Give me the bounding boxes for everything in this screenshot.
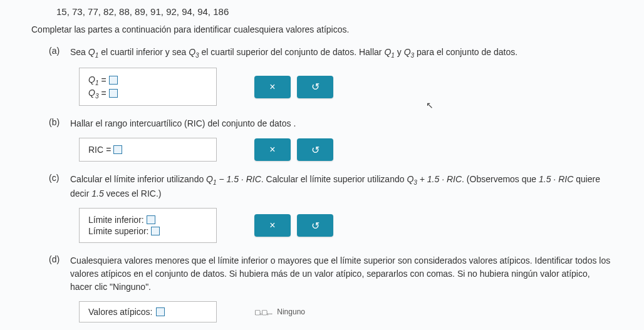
reset-button[interactable]: ↺ bbox=[297, 138, 333, 161]
ric-input-row: RIC = bbox=[88, 145, 207, 155]
q3-input[interactable] bbox=[109, 89, 118, 98]
close-icon: × bbox=[269, 81, 275, 93]
part-d-answer-box: Valores atípicos: bbox=[79, 301, 217, 322]
ric-input[interactable] bbox=[113, 145, 122, 154]
reset-button[interactable]: ↺ bbox=[297, 76, 333, 98]
part-c-label: (c) bbox=[49, 173, 64, 183]
main-instruction: Completar las partes a continuación para… bbox=[31, 24, 613, 34]
part-c: (c) Calcular el límite inferior utilizan… bbox=[49, 173, 613, 243]
close-icon: × bbox=[269, 144, 275, 155]
part-b-text: Hallar el rango intercuartílico (RIC) de… bbox=[70, 117, 613, 130]
part-b-buttons: × ↺ bbox=[254, 138, 333, 161]
ninguno-button[interactable]: Ninguno bbox=[277, 307, 305, 316]
upper-limit-row: Límite superior: bbox=[88, 226, 207, 236]
q1-input-row: Q1 = bbox=[88, 75, 207, 86]
part-c-text: Calcular el límite inferior utilizando Q… bbox=[70, 173, 613, 200]
part-a-buttons: × ↺ bbox=[254, 76, 333, 98]
outliers-input[interactable] bbox=[156, 307, 165, 316]
clear-button[interactable]: × bbox=[254, 138, 291, 161]
reset-icon: ↺ bbox=[311, 220, 319, 232]
part-a: (a) Sea Q1 el cuartil inferior y sea Q3 … bbox=[49, 46, 613, 106]
clear-button[interactable]: × bbox=[254, 76, 291, 98]
data-value-list: 15, 73, 77, 82, 88, 89, 91, 92, 94, 94, … bbox=[31, 6, 613, 17]
part-c-answer-box: Límite inferior: Límite superior: bbox=[79, 208, 217, 243]
reset-icon: ↺ bbox=[311, 144, 319, 156]
q3-input-row: Q3 = bbox=[88, 88, 207, 100]
ninguno-row: ▢,▢,... Ninguno bbox=[254, 307, 305, 316]
part-b: (b) Hallar el rango intercuartílico (RIC… bbox=[49, 117, 613, 162]
lower-limit-input[interactable] bbox=[147, 215, 155, 224]
lower-limit-row: Límite inferior: bbox=[88, 215, 207, 225]
upper-limit-input[interactable] bbox=[151, 227, 160, 235]
clear-button[interactable]: × bbox=[254, 214, 291, 237]
close-icon: × bbox=[269, 220, 275, 231]
reset-icon: ↺ bbox=[311, 81, 319, 93]
part-b-label: (b) bbox=[49, 117, 64, 127]
part-b-answer-box: RIC = bbox=[79, 138, 217, 162]
part-a-label: (a) bbox=[49, 46, 64, 56]
part-d-text: Cualesquiera valores menores que el lími… bbox=[70, 254, 613, 294]
q1-input[interactable] bbox=[109, 76, 118, 85]
part-a-answer-box: Q1 = Q3 = bbox=[79, 68, 217, 106]
part-d: (d) Cualesquiera valores menores que el … bbox=[49, 254, 613, 322]
reset-button[interactable]: ↺ bbox=[297, 214, 333, 237]
part-a-text: Sea Q1 el cuartil inferior y sea Q3 el c… bbox=[70, 46, 613, 60]
part-c-buttons: × ↺ bbox=[254, 214, 333, 237]
list-icon[interactable]: ▢,▢,... bbox=[254, 308, 272, 316]
part-d-label: (d) bbox=[49, 254, 64, 264]
